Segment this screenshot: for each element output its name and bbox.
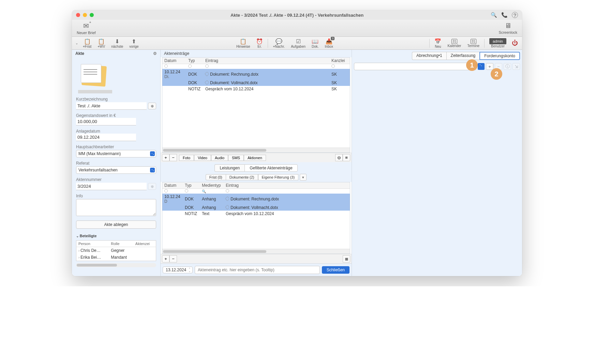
filter-datum[interactable] [164, 64, 168, 68]
table-row[interactable]: Erika Bei…Mandant [76, 254, 156, 261]
filter-kanzlei[interactable] [331, 64, 335, 68]
forderung-info-button[interactable]: ⓘ [504, 63, 511, 70]
dok-button[interactable]: 📖Dok. [309, 38, 322, 48]
schliessen-button[interactable]: Schließen [322, 266, 350, 274]
neuer-brief-button[interactable]: ✉︎+ Neuer Brief [77, 22, 96, 35]
abrechnung-tab[interactable]: Abrechnung•1 [412, 52, 446, 60]
remove-entry-button[interactable]: − [169, 154, 177, 161]
sms-button[interactable]: SMS [228, 155, 244, 161]
table-row[interactable]: 10.12.24 Di.DOKDokument: Rechnung.dotxSK [162, 69, 350, 80]
remove-filtered-button[interactable]: − [169, 255, 177, 262]
add-entry-button[interactable]: + [162, 154, 169, 161]
gegenstandswert-input[interactable] [76, 118, 136, 125]
window-title: Akte - 3/2024 Test ./. Akte - 09.12.24 (… [231, 13, 363, 18]
forderung-export-button[interactable]: ⇲ [513, 63, 520, 70]
audio-button[interactable]: Audio [211, 155, 228, 161]
kalender-button[interactable]: 31Kalender [445, 39, 464, 48]
download-icon: ⬇ [115, 38, 119, 45]
aktennummer-input[interactable] [76, 183, 147, 190]
step-up-icon[interactable]: ⌃ [188, 268, 192, 270]
center-panel: Akteneinträge Datum Typ Eintrag Kanzlei [161, 50, 352, 276]
user-menu[interactable]: adminBenutzer [487, 38, 509, 48]
filtered-hscroll[interactable] [162, 249, 350, 254]
gear-icon[interactable]: ⚙ [153, 51, 157, 56]
forderung-add-button[interactable]: + [486, 63, 493, 70]
er-button[interactable]: ⏰Er. [253, 38, 266, 48]
quick-entry-input[interactable] [195, 266, 320, 274]
eigene-filter[interactable]: Eigene Filterung (3) [258, 174, 299, 180]
zoom-window[interactable] [90, 13, 94, 17]
gefilterte-tab[interactable]: Gefilterte Akteneinträge [244, 164, 297, 172]
forderungskonto-tab[interactable]: Forderungskonto [479, 52, 520, 60]
filter-eintrag[interactable] [205, 64, 209, 68]
filter2-typ[interactable] [185, 189, 188, 193]
referat-select[interactable]: Verkehrsunfallsachen [76, 166, 156, 174]
frist-button[interactable]: 📋+Frist [80, 38, 94, 48]
frist-filter[interactable]: Frist (0) [206, 174, 226, 180]
list-action-button[interactable]: ≡ [343, 154, 350, 161]
aktennummer-extra-button[interactable]: ⊕ [148, 183, 156, 190]
hinweise-button[interactable]: 📋Hinweise [234, 38, 253, 48]
minimize-window[interactable] [83, 13, 87, 17]
zeiterfassung-tab[interactable]: Zeiterfassung [446, 52, 480, 60]
toolbar-primary: ✉︎+ Neuer Brief 🖥 Screenlock [72, 20, 522, 37]
book-icon: 📖 [312, 38, 318, 45]
dokumente-filter[interactable]: Dokumente (2) [226, 174, 258, 180]
funnel-icon[interactable]: ▾ [300, 174, 307, 181]
naechste-button[interactable]: ⬇nächste [108, 38, 126, 48]
clipboard-plus-icon: 📋 [84, 38, 91, 45]
akte-ablegen-button[interactable]: Akte ablegen [76, 221, 156, 229]
upload-icon: ⬆ [132, 38, 136, 45]
entry-date-stepper[interactable]: 13.12.2024 ⌃⌄ [163, 267, 193, 273]
video-button[interactable]: Video [194, 155, 211, 161]
filter-typ[interactable] [188, 64, 192, 68]
filter2-datum[interactable] [164, 189, 168, 193]
paperclip-icon [225, 205, 230, 210]
table-row[interactable]: NOTIZGespräch vom 10.12.2024SK [162, 86, 350, 92]
sidebar-hscroll[interactable] [76, 263, 156, 267]
kurzbezeichnung-input[interactable] [76, 102, 147, 110]
hauptsachbearbeiter-select[interactable]: MM (Max Mustermann) [76, 150, 156, 157]
search-icon[interactable]: 🔍 [491, 12, 497, 18]
forderung-search-input[interactable] [354, 63, 476, 70]
calendar-31-icon: 31 [451, 39, 457, 44]
vorige-button[interactable]: ⬆vorige [127, 38, 141, 48]
filter2-eintrag[interactable] [226, 189, 229, 193]
filtered-table: Datum Typ Medientyp Eintrag 🔍 10.12.24 D… [162, 182, 350, 217]
entries-hscroll[interactable] [162, 148, 350, 152]
table-row[interactable]: NOTIZTextGespräch vom 10.12.2024 [162, 211, 350, 217]
inbox-button[interactable]: 📥3Inbox [322, 38, 336, 48]
step-down-icon[interactable]: ⌄ [188, 270, 192, 272]
nachr-button[interactable]: 💬+Nachr. [270, 38, 287, 48]
beteiligte-section-header[interactable]: Beteiligte [76, 233, 156, 239]
aufgaben-button[interactable]: ☑Aufgaben [288, 38, 308, 48]
aktionen-button[interactable]: Aktionen [244, 155, 266, 161]
wv-button[interactable]: 📋+WV [95, 38, 108, 48]
search-small-icon[interactable]: 🔍 [202, 189, 206, 193]
phone-icon[interactable]: 📞 [501, 12, 508, 18]
filtered-action-bar: + − ≣ [161, 254, 352, 263]
neu-button[interactable]: 📅Neu [432, 38, 444, 48]
leistungen-tab[interactable]: Leistungen [214, 164, 244, 172]
anlagedatum-input[interactable] [76, 134, 136, 141]
termine-button[interactable]: 31Termine [464, 39, 482, 48]
table-row[interactable]: DOKDokument: Vollmacht.dotxSK [162, 80, 350, 86]
logout-icon[interactable]: ⏻ [512, 40, 518, 47]
add-filtered-button[interactable]: + [162, 255, 169, 262]
foto-button[interactable]: Foto [179, 155, 194, 161]
circle-action-button[interactable]: ⊖ [335, 154, 343, 161]
sidebar-title: Akte [75, 51, 84, 56]
table-row[interactable]: 10.12.24 DDOKAnhangDokument: Rechnung.do… [162, 194, 350, 204]
add-time-button[interactable]: ⊕ [148, 103, 156, 109]
app-window: Akte - 3/2024 Test ./. Akte - 09.12.24 (… [72, 10, 522, 276]
annotation-2: 2 [491, 68, 502, 80]
info-textarea[interactable] [76, 199, 156, 216]
close-window[interactable] [76, 13, 80, 17]
filtered-list-button[interactable]: ≣ [343, 255, 350, 262]
screenlock-button[interactable]: 🖥 Screenlock [499, 22, 517, 34]
expand-toggle[interactable]: ⌄ [74, 41, 79, 45]
forderung-select[interactable] [478, 63, 485, 70]
help-icon[interactable]: ? [512, 12, 518, 18]
table-row[interactable]: DOKAnhangDokument: Vollmacht.dotx [162, 204, 350, 211]
table-row[interactable]: Chris De…Gegner [76, 247, 156, 254]
